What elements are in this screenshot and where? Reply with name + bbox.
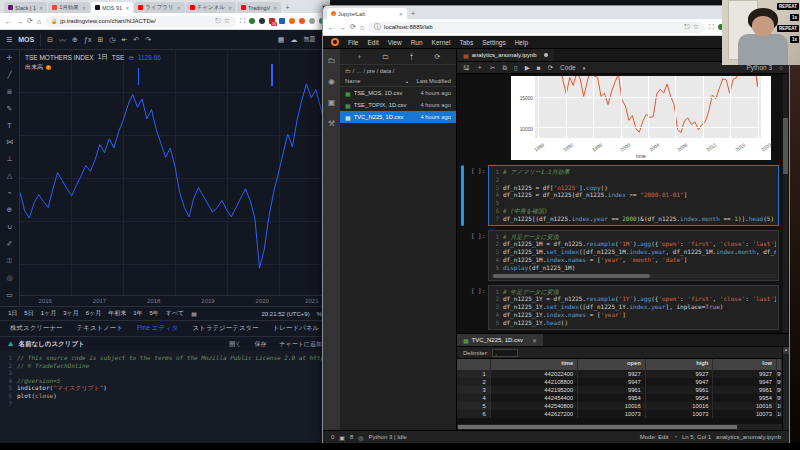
cell-editor[interactable]: # アノマリー1:1月効果 df_n1225 = df['n1225'].cop… bbox=[488, 165, 779, 226]
open-button[interactable]: 開く bbox=[229, 340, 241, 349]
extension-icon-cloud[interactable] bbox=[299, 18, 305, 24]
close-icon[interactable]: ✕ bbox=[82, 5, 86, 11]
add-to-chart-button[interactable]: チャートに追加 bbox=[279, 340, 322, 349]
menu-edit[interactable]: Edit bbox=[367, 39, 378, 46]
cursor-position[interactable]: Ln 5, Col 1 bbox=[682, 434, 711, 440]
cell-editor[interactable]: # 年足データに変換df_n1225_1Y = df_n1225.resampl… bbox=[488, 285, 779, 330]
menu-settings[interactable]: Settings bbox=[482, 39, 506, 46]
csv-row[interactable]: 544254080010016100161001610016 bbox=[457, 402, 782, 410]
browser-tab-jupyterlab[interactable]: JupyterLab ✕ bbox=[327, 8, 407, 19]
header-cell-open[interactable]: open bbox=[578, 359, 646, 370]
csv-row[interactable]: 14420224009927992799279927 bbox=[457, 370, 782, 378]
close-icon[interactable]: ✕ bbox=[39, 5, 43, 11]
csv-row[interactable]: 34421952009961996199619961 bbox=[457, 386, 782, 394]
tab-pine-editor[interactable]: Pine エディタ bbox=[137, 324, 178, 333]
csv-row[interactable]: 644262720010073100731007310073 bbox=[457, 410, 782, 418]
menu-tabs[interactable]: Tabs bbox=[459, 39, 473, 46]
layout-icon[interactable]: ▦ bbox=[278, 36, 285, 44]
notification-icon[interactable]: ◔ bbox=[673, 434, 677, 440]
range-1d[interactable]: 1日 bbox=[8, 309, 17, 318]
compare-icon[interactable]: ⊕ bbox=[72, 36, 78, 44]
menu-help[interactable]: Help bbox=[515, 39, 528, 46]
bookmark-star-icon[interactable]: ☆ bbox=[224, 17, 230, 25]
redo-icon[interactable]: ↷ bbox=[145, 36, 151, 44]
menu-view[interactable]: View bbox=[388, 39, 402, 46]
vertical-scrollbar[interactable]: ▲ bbox=[782, 347, 789, 430]
trash-icon[interactable]: ▭ bbox=[6, 291, 13, 299]
browser-tab-slack[interactable]: Slack | 1✕ bbox=[4, 2, 47, 13]
cell-editor[interactable]: # 月足データに変換df_n1225_1M = df_n1225.resampl… bbox=[488, 230, 779, 281]
back-icon[interactable]: ← bbox=[5, 18, 12, 25]
save-button[interactable]: 保存 bbox=[254, 340, 266, 349]
fullscreen-ext-icon[interactable]: ⛶ bbox=[240, 17, 245, 25]
range-3m[interactable]: 3ヶ月 bbox=[63, 309, 78, 318]
close-icon[interactable]: ✕ bbox=[228, 5, 232, 11]
header-cell[interactable] bbox=[457, 359, 491, 370]
running-sessions-icon[interactable]: ◉ bbox=[328, 77, 335, 86]
volume-legend[interactable]: 出来高 ! bbox=[25, 63, 51, 72]
browser-tab-note[interactable]: 1月効果✕ bbox=[48, 2, 90, 13]
celltype-dropdown[interactable]: Code bbox=[560, 64, 576, 71]
indicators-icon[interactable]: ƒx bbox=[84, 36, 91, 43]
extension-icon-green[interactable] bbox=[249, 18, 255, 24]
address-field[interactable]: ⓘ localhost:8889/lab ⎋ ☆ bbox=[368, 22, 705, 33]
fib-icon[interactable]: ≣ bbox=[7, 88, 13, 96]
hamburger-menu-icon[interactable]: ☰ bbox=[6, 36, 12, 44]
csv-row[interactable]: 24421088009947994799479947 bbox=[457, 378, 782, 386]
close-icon[interactable]: ✕ bbox=[532, 337, 537, 344]
draw-pencil-icon[interactable]: ✐ bbox=[7, 240, 13, 248]
code-cell-1[interactable]: [ ]: # アノマリー1:1月効果 df_n1225 = df['n1225'… bbox=[461, 165, 779, 226]
home-icon[interactable]: ⌂ bbox=[37, 18, 41, 25]
alert-icon[interactable]: ◷ bbox=[109, 36, 115, 44]
extension-icon-red[interactable]: 16 bbox=[269, 18, 275, 24]
zoom-icon[interactable]: ⊕ bbox=[7, 206, 13, 214]
file-row-tvc-n225[interactable]: ▦ TVC_N225, 1D.csv 4 hours ago bbox=[340, 111, 456, 123]
vertical-scrollbar[interactable] bbox=[783, 74, 788, 333]
share-icon[interactable]: ⎋ bbox=[684, 23, 690, 31]
trendline-icon[interactable]: ╱ bbox=[7, 71, 11, 79]
column-name[interactable]: Name bbox=[345, 78, 406, 84]
kernel-count[interactable]: 8 bbox=[350, 434, 353, 440]
wrench-icon[interactable]: ⚒ bbox=[328, 119, 335, 128]
scroll-up-arrow[interactable]: ▲ bbox=[783, 347, 789, 354]
file-row-tse-mos[interactable]: ▦ TSE_MOS, 1D.csv 4 hours ago bbox=[340, 87, 456, 99]
range-ytd[interactable]: 年初来 bbox=[108, 309, 126, 318]
share-icon[interactable]: ⎋ bbox=[215, 17, 221, 25]
info-icon[interactable]: ⓘ bbox=[374, 22, 381, 32]
kernel-name[interactable]: Python 3 bbox=[746, 64, 772, 71]
close-icon[interactable]: ✕ bbox=[273, 5, 277, 11]
fullscreen-ext-icon[interactable]: ⛶ bbox=[709, 23, 714, 31]
range-6m[interactable]: 6ヶ月 bbox=[86, 309, 101, 318]
notebook-tab[interactable]: ▤ analytics_anomaly.ipynb bbox=[457, 49, 554, 61]
range-1m[interactable]: 1ヶ月 bbox=[41, 309, 56, 318]
extension-icon-gray[interactable] bbox=[309, 18, 315, 24]
cut-icon[interactable]: ✂ bbox=[490, 64, 495, 72]
pine-editor[interactable]: // This source code is subject to the te… bbox=[0, 351, 330, 444]
brush-icon[interactable]: ✎ bbox=[7, 105, 13, 113]
symbol-search-button[interactable]: MOS bbox=[18, 36, 34, 43]
copy-icon[interactable]: ⧉ bbox=[502, 64, 507, 72]
forward-icon[interactable]: → bbox=[339, 24, 346, 31]
bell-icon[interactable]: △ bbox=[7, 172, 12, 180]
upload-icon[interactable]: ⭱ bbox=[408, 53, 415, 60]
layout-name[interactable]: 無題 bbox=[303, 35, 315, 44]
menu-kernel[interactable]: Kernel bbox=[432, 39, 451, 46]
pine-source[interactable]: // This source code is subject to the te… bbox=[0, 351, 330, 444]
header-cell-high[interactable]: high bbox=[646, 359, 714, 370]
column-modified[interactable]: Last Modified bbox=[411, 78, 451, 84]
crosshair-icon[interactable]: ✛ bbox=[7, 54, 13, 62]
undo-icon[interactable]: ↶ bbox=[133, 36, 139, 44]
delimiter-input[interactable] bbox=[492, 349, 518, 357]
extension-icon-orange[interactable] bbox=[289, 18, 295, 24]
more-icon[interactable]: ⊖ bbox=[128, 54, 133, 62]
address-field[interactable]: 🔒 jp.tradingview.com/chart/hIJACTDe/ ⎋ ☆ bbox=[45, 16, 236, 27]
tab-text-notes[interactable]: テキストノート bbox=[77, 324, 123, 333]
browser-tab-youtube-library[interactable]: ライブラリ✕ bbox=[134, 2, 184, 13]
tab-trade-panel[interactable]: トレードパネル bbox=[273, 324, 319, 333]
csv-table[interactable]: time open high low 144202240099279927992… bbox=[457, 359, 782, 424]
range-1y[interactable]: 1年 bbox=[133, 309, 142, 318]
back-icon[interactable]: ← bbox=[328, 24, 335, 31]
restart-icon[interactable]: ⟳ bbox=[548, 64, 553, 72]
code-cell-3[interactable]: [ ]: # 年足データに変換df_n1225_1Y = df_n1225.re… bbox=[461, 285, 779, 330]
tab-strategy-tester[interactable]: ストラテジーテスター bbox=[192, 324, 258, 333]
